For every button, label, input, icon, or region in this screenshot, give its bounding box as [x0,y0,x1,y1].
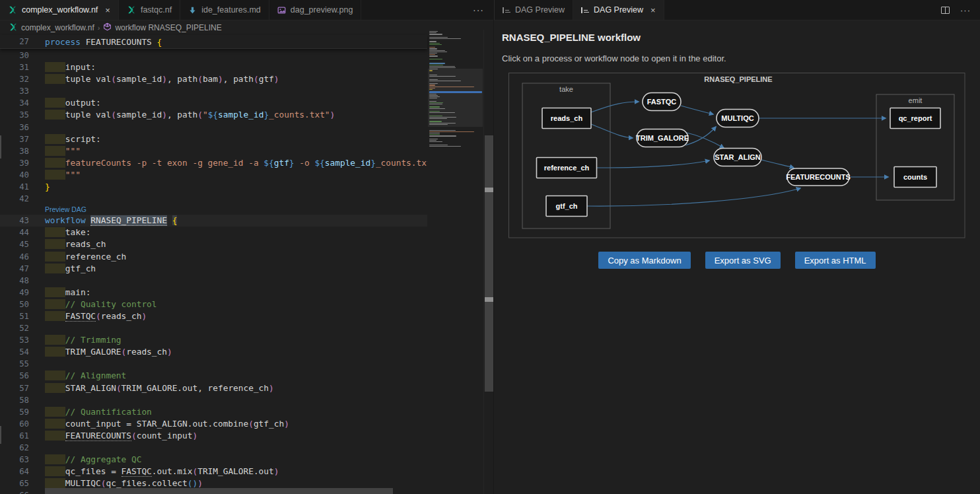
code-line-46[interactable]: 46 reference_ch [0,251,427,263]
dag-node-FASTQC[interactable]: FASTQC [643,93,681,111]
code-line-62[interactable]: 62 [0,442,427,454]
code-line-43[interactable]: 43workflow RNASEQ_PIPELINE { [0,215,427,227]
svg-text:qc_report: qc_report [899,114,932,122]
code-line-55[interactable]: 55 [0,358,427,370]
tab-fastqc-nf-1[interactable]: fastqc.nf [119,0,180,20]
dag-node-qc_report[interactable]: qc_report [890,108,940,129]
line-content: reads_ch [45,238,106,250]
tab-close-icon[interactable]: × [105,6,110,15]
export-as-html-button[interactable]: Export as HTML [795,252,876,269]
split-editor-icon[interactable] [941,7,950,14]
tab-label: complex_workflow.nf [22,5,98,15]
line-content: """ [45,145,81,157]
tab-close-icon[interactable]: × [650,6,656,15]
code-lines[interactable]: 3031 input:32 tuple val(sample_id), path… [0,50,427,494]
svg-text:reference_ch: reference_ch [544,164,590,172]
minimap-line [429,134,440,135]
code-line-63[interactable]: 63 // Aggregate QC [0,454,427,466]
code-line-40[interactable]: 40 """ [0,169,427,181]
code-line-44[interactable]: 44 take: [0,227,427,238]
code-line-53[interactable]: 53 // Trimming [0,334,427,346]
dag-node-counts[interactable]: counts [894,167,936,188]
minimap-line [429,141,442,142]
codelens-preview-dag[interactable]: Preview DAG [45,205,427,215]
code-line-49[interactable]: 49 main: [0,287,427,299]
code-line-31[interactable]: 31 input: [0,61,427,73]
minimap-line [429,140,437,141]
line-number: 39 [0,157,29,169]
code-line-36[interactable]: 36 [0,122,427,133]
code-line-39[interactable]: 39 featureCounts -p -t exon -g gene_id -… [0,157,427,169]
line-content: count_input = STAR_ALIGN.out.combine(gtf… [45,418,289,430]
panel-tab-dag-preview[interactable]: DAG Preview [495,0,573,20]
code-line-42[interactable]: 42 [0,193,427,205]
code-line-45[interactable]: 45 reads_ch [0,238,427,250]
vscode-window: { "tabs": { "left": [ {"label":"complex_… [0,0,980,494]
line-number: 56 [0,370,29,382]
line-content: featureCounts -p -t exon -g gene_id -a $… [45,157,427,169]
code-line-58[interactable]: 58 [0,394,427,406]
code-line-33[interactable]: 33 [0,85,427,97]
dag-svg: RNASEQ_PIPELINEtakeemitFASTQCTRIM_GALORE… [508,73,965,238]
nextflow-icon [127,5,136,15]
dag-node-TRIM_GALORE[interactable]: TRIM_GALORE [636,129,689,147]
minimap-line [429,131,474,132]
vertical-scrollbar[interactable] [483,30,493,494]
code-line-52[interactable]: 52 [0,322,427,334]
tab-dag-preview-png-3[interactable]: dag_preview.png [269,0,362,20]
minimap-line [429,133,440,133]
code-line-30[interactable]: 30 [0,50,427,61]
dag-node-reads_ch[interactable]: reads_ch [542,108,591,129]
panel-tab-dag-preview-1[interactable]: DAG Preview× [573,0,664,20]
dag-edge-gtf_ch-to-FEATURECOUNTS [587,188,800,206]
code-line-51[interactable]: 51 FASTQC(reads_ch) [0,310,427,322]
code-line-60[interactable]: 60 count_input = STAR_ALIGN.out.combine(… [0,418,427,430]
line-content: // Quality control [45,299,157,310]
code-line-47[interactable]: 47 gtf_ch [0,263,427,275]
code-line-59[interactable]: 59 // Quantification [0,406,427,418]
tab-overflow-icon[interactable]: ··· [464,0,493,20]
line-content: """ [45,169,81,181]
code-line-50[interactable]: 50 // Quality control [0,299,427,310]
minimap[interactable] [428,30,483,494]
breadcrumb-symbol[interactable]: workflow RNASEQ_PIPELINE [115,23,221,32]
tab-label: DAG Preview [594,5,643,15]
code-line-48[interactable]: 48 [0,275,427,287]
code-line-32[interactable]: 32 tuple val(sample_id), path(bam), path… [0,73,427,85]
dag-node-MULTIQC[interactable]: MULTIQC [717,110,759,127]
line-number: 48 [0,275,29,287]
line-number: 53 [0,334,29,346]
dag-node-gtf_ch[interactable]: gtf_ch [546,196,587,217]
code-line-38[interactable]: 38 """ [0,145,427,157]
vertical-scrollbar-thumb[interactable] [485,135,493,392]
code-line-54[interactable]: 54 TRIM_GALORE(reads_ch) [0,346,427,358]
code-line-35[interactable]: 35 tuple val(sample_id), path("${sample_… [0,109,427,121]
preview-icon [581,7,589,13]
line-number: 47 [0,263,29,275]
preview-icon [503,7,510,13]
dag-node-STAR_ALIGN[interactable]: STAR_ALIGN [714,149,761,166]
breadcrumb-file[interactable]: complex_workflow.nf [21,23,94,32]
breadcrumb: complex_workflow.nf › workflow RNASEQ_PI… [0,20,493,35]
code-editor[interactable]: 27 process FEATURECOUNTS { 3031 input:32… [0,35,493,494]
export-as-svg-button[interactable]: Export as SVG [705,252,781,269]
more-actions-icon[interactable]: ··· [960,5,971,15]
tab-ide-features-md-2[interactable]: ide_features.md [180,0,269,20]
minimap-viewport[interactable] [428,69,483,127]
code-line-56[interactable]: 56 // Alignment [0,370,427,382]
dag-diagram[interactable]: RNASEQ_PIPELINEtakeemitFASTQCTRIM_GALORE… [508,73,965,238]
code-line-57[interactable]: 57 STAR_ALIGN(TRIM_GALORE.out, reference… [0,382,427,394]
code-line-61[interactable]: 61 FEATURECOUNTS(count_input) [0,430,427,442]
code-line-64[interactable]: 64 qc_files = FASTQC.out.mix(TRIM_GALORE… [0,466,427,477]
code-line-34[interactable]: 34 output: [0,97,427,109]
code-line-41[interactable]: 41} [0,181,427,193]
tab-complex-workflow-nf[interactable]: complex_workflow.nf× [0,0,119,20]
sticky-scroll-line[interactable]: 27 process FEATURECOUNTS { [0,35,427,49]
code-line-37[interactable]: 37 script: [0,133,427,145]
copy-as-markdown-button[interactable]: Copy as Markdown [598,252,690,269]
line-content: gtf_ch [45,263,96,275]
line-content: script: [45,133,101,145]
dag-node-FEATURECOUNTS[interactable]: FEATURECOUNTS [786,168,851,186]
horizontal-scrollbar-thumb[interactable] [45,488,393,494]
dag-node-reference_ch[interactable]: reference_ch [537,158,597,178]
